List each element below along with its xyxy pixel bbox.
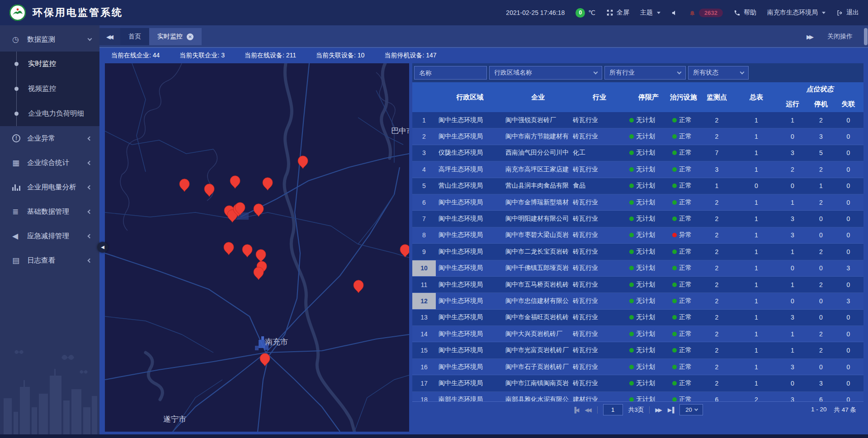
chevron-down-icon <box>822 12 826 14</box>
tab-close-icon[interactable]: ✕ <box>187 33 193 40</box>
chevron-left-icon <box>88 185 92 189</box>
fullscreen-button[interactable]: 全屏 <box>606 9 629 17</box>
table-row[interactable]: 12阆中生态环境局阆中市忠信建材有限公砖瓦行业无计划正常21003 <box>412 293 863 309</box>
tab-0[interactable]: 首页 <box>120 28 149 45</box>
sidebar-subitem[interactable]: 企业电力负荷明细 <box>0 101 99 126</box>
sidebar-item-1[interactable]: !企业异常 <box>0 126 99 151</box>
industry-filter-select[interactable]: 所有行业 <box>604 66 686 80</box>
name-filter-input[interactable] <box>414 66 487 80</box>
column-header: 企业 <box>504 82 572 112</box>
industry-cell: 砖瓦行业 <box>572 260 627 276</box>
row-index-cell: 3 <box>412 145 436 161</box>
facility-status-label: 正常 <box>679 363 692 371</box>
help-button[interactable]: 帮助 <box>734 9 756 17</box>
status-dot-icon <box>672 118 677 122</box>
first-page-button[interactable]: ▐◀ <box>573 407 580 413</box>
row-index-cell: 2 <box>412 128 436 144</box>
region-cell: 阆中生态环境局 <box>436 342 504 358</box>
map-collapse-button[interactable]: ◀ <box>97 242 108 253</box>
points-cell: 2 <box>697 128 736 144</box>
table-row[interactable]: 16阆中生态环境局阆中市石子页岩机砖厂砖瓦行业无计划正常21300 <box>412 359 863 375</box>
tabs-scroll-left-button[interactable]: ◀◀ <box>99 28 120 45</box>
map-panel[interactable]: 巴中市南充市遂宁市 ◀ <box>105 63 409 432</box>
theme-dropdown[interactable]: 主题 <box>640 9 660 17</box>
filter-bar: 行政区域名称 所有行业 所有状态 <box>412 63 863 82</box>
table-row[interactable]: 1阆中生态环境局阆中强锐页岩砖厂砖瓦行业无计划正常21120 <box>412 112 863 128</box>
production-status-cell: 无计划 <box>627 359 670 375</box>
mute-button[interactable] <box>671 9 678 16</box>
row-index-cell: 4 <box>412 161 436 177</box>
table-row[interactable]: 9阆中生态环境局阆中市二龙长宝页岩砖砖瓦行业无计划正常21120 <box>412 244 863 260</box>
table-row[interactable]: 15阆中生态环境局阆中市光富页岩机砖厂砖瓦行业无计划正常21120 <box>412 342 863 358</box>
tabs-scroll-right-button[interactable]: ▶▶ <box>807 33 814 40</box>
company-cell: 南充市高坪区王家店建 <box>504 161 572 177</box>
last-page-button[interactable]: ▶▐ <box>668 407 675 413</box>
sidebar-subitem[interactable]: 视频监控 <box>0 76 99 101</box>
scrollbar-thumb[interactable] <box>864 28 868 45</box>
region-cell: 阆中生态环境局 <box>436 244 504 259</box>
close-operations-button[interactable]: 关闭操作 <box>827 33 853 41</box>
table-row[interactable]: 4高坪生态环境局南充市高坪区王家店建砖瓦行业无计划正常31220 <box>412 161 863 178</box>
org-dropdown[interactable]: 南充市生态环境局 <box>767 9 826 17</box>
sidebar-item-3[interactable]: 企业用电量分析 <box>0 175 99 199</box>
company-cell: 阆中市枣碧大梁山页岩 <box>504 227 572 243</box>
row-index-cell: 17 <box>412 375 436 391</box>
table-row[interactable]: 6阆中生态环境局阆中市金博瑞新型墙材砖瓦行业无计划正常21120 <box>412 194 863 211</box>
table-row[interactable]: 3仪陇生态环境局西南油气田分公司川中化工无计划正常71350 <box>412 145 863 161</box>
production-status-cell: 无计划 <box>627 392 670 401</box>
page-size-select[interactable]: 20 <box>679 404 703 415</box>
sidebar-item-label: 数据监测 <box>27 35 55 44</box>
production-status-label: 无计划 <box>636 231 655 239</box>
stopped-cell: 2 <box>809 112 833 128</box>
sidebar-item-4[interactable]: ≣基础数据管理 <box>0 199 99 224</box>
stat-item: 当前失联设备: 10 <box>316 52 364 60</box>
table-row[interactable]: 11阆中生态环境局阆中市五马桥页岩机砖砖瓦行业无计划正常21120 <box>412 277 863 293</box>
status-dot-icon <box>672 250 677 254</box>
sidebar-subitem[interactable]: 实时监控 <box>0 52 99 76</box>
header-index-column <box>412 82 436 112</box>
logout-button[interactable]: 退出 <box>836 9 859 17</box>
tab-1[interactable]: 实时监控✕ <box>149 28 202 45</box>
divider <box>597 406 598 414</box>
company-cell: 阆中强锐页岩砖厂 <box>504 112 572 128</box>
production-status-cell: 无计划 <box>627 293 670 309</box>
table-row[interactable]: 14阆中生态环境局阆中大兴页岩机砖厂砖瓦行业无计划正常21120 <box>412 326 863 342</box>
table-row[interactable]: 2阆中生态环境局阆中市南方节能建材有砖瓦行业无计划正常21030 <box>412 128 863 145</box>
status-filter-select[interactable]: 所有状态 <box>688 66 749 80</box>
sidebar-item-5[interactable]: ◀应急减排管理 <box>0 224 99 248</box>
production-status-label: 无计划 <box>636 182 655 190</box>
facility-status-label: 异常 <box>679 231 692 239</box>
region-cell: 阆中生态环境局 <box>436 211 504 226</box>
facility-status-label: 正常 <box>679 198 692 207</box>
points-cell: 2 <box>697 359 736 375</box>
running-cell: 0 <box>776 293 809 309</box>
table-row[interactable]: 17阆中生态环境局阆中市江南镇阆南页岩砖瓦行业无计划正常21030 <box>412 375 863 391</box>
sidebar-item-6[interactable]: ▤日志查看 <box>0 248 99 273</box>
table-row[interactable]: 5营山生态环境局营山县润丰肉食品有限食品无计划正常10010 <box>412 178 863 194</box>
facility-status-label: 正常 <box>679 165 692 174</box>
table-row[interactable]: 13阆中生态环境局阆中市金福旺页岩机砖砖瓦行业无计划正常21300 <box>412 310 863 326</box>
chevron-left-icon <box>88 160 92 165</box>
table-row[interactable]: 10阆中生态环境局阆中千佛镇五郎垭页岩砖瓦行业无计划正常21003 <box>412 260 863 277</box>
table-row[interactable]: 18南部生态环境局南部县雅化水泥有限公建材行业无计划正常62360 <box>412 392 863 401</box>
production-status-cell: 无计划 <box>627 178 670 194</box>
table-row[interactable]: 7阆中生态环境局阆中明阳建材有限公司砖瓦行业无计划正常21300 <box>412 211 863 227</box>
sidebar-item-0[interactable]: ◷数据监测 <box>0 27 99 52</box>
table-row[interactable]: 8阆中生态环境局阆中市枣碧大梁山页岩砖瓦行业无计划异常21300 <box>412 227 863 244</box>
page-number-input[interactable] <box>603 404 623 415</box>
facility-status-cell: 异常 <box>670 227 697 243</box>
company-cell: 阆中市江南镇阆南页岩 <box>504 375 572 391</box>
sidebar-item-2[interactable]: ▦企业综合统计 <box>0 151 99 175</box>
running-cell: 1 <box>776 326 809 342</box>
prev-page-button[interactable]: ◀◀ <box>585 407 591 413</box>
sidebar-item-label: 应急减排管理 <box>27 231 69 241</box>
points-cell: 2 <box>697 342 736 358</box>
notifications[interactable]: 2632 <box>689 9 723 17</box>
region-cell: 阆中生态环境局 <box>436 227 504 243</box>
facility-status-cell: 正常 <box>670 326 697 342</box>
next-page-button[interactable]: ▶▶ <box>655 407 662 413</box>
company-cell: 阆中市金博瑞新型墙材 <box>504 194 572 210</box>
facility-status-cell: 正常 <box>670 359 697 375</box>
status-dot-icon <box>672 348 677 353</box>
region-filter-select[interactable]: 行政区域名称 <box>489 66 602 80</box>
